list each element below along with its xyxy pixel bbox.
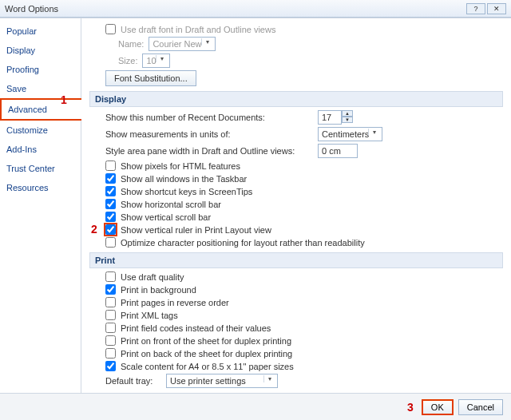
ok-button[interactable]: OK (422, 399, 454, 415)
field-codes-label: Print field codes instead of their value… (121, 323, 271, 333)
xml-tags-checkbox[interactable] (105, 310, 116, 320)
show-pixels-label: Show pixels for HTML features (121, 161, 240, 171)
options-panel: Use draft font in Draft and Outline view… (81, 18, 511, 401)
sidebar-item-addins[interactable]: Add-Ins (0, 140, 81, 159)
sidebar-item-proofing[interactable]: Proofing (0, 60, 81, 79)
field-codes-checkbox[interactable] (105, 323, 116, 333)
scale-a4-checkbox[interactable] (105, 361, 116, 371)
show-vscroll-label: Show vertical scroll bar (121, 212, 211, 222)
use-draft-font-checkbox[interactable] (105, 24, 116, 34)
category-sidebar: Popular Display Proofing Save Advanced C… (0, 18, 81, 401)
use-draft-font-label: Use draft font in Draft and Outline view… (121, 25, 275, 34)
dialog-footer: 3 OK Cancel (0, 393, 511, 420)
cancel-button[interactable]: Cancel (458, 399, 503, 415)
help-button[interactable]: ? (466, 3, 485, 14)
show-windows-taskbar-checkbox[interactable] (105, 173, 116, 184)
window-titlebar: Word Options ? ✕ (0, 0, 511, 18)
window-title: Word Options (5, 4, 58, 14)
annotation-2: 2 (91, 223, 97, 236)
font-size-select[interactable]: 10 (142, 53, 169, 68)
annotation-3: 3 (407, 401, 414, 414)
show-shortcut-keys-label: Show shortcut keys in ScreenTips (121, 187, 252, 196)
show-vertical-ruler-label: Show vertical ruler in Print Layout view (121, 225, 271, 235)
recent-docs-spinbox[interactable]: 17 ▲▼ (318, 110, 353, 125)
print-section-header: Print (89, 252, 503, 268)
window-buttons: ? ✕ (466, 3, 506, 14)
style-area-label: Style area pane width in Draft and Outli… (105, 146, 313, 156)
front-duplex-label: Print on front of the sheet for duplex p… (121, 336, 291, 346)
sidebar-item-popular[interactable]: Popular (0, 22, 81, 41)
sidebar-item-trust-center[interactable]: Trust Center (0, 159, 81, 178)
back-duplex-label: Print on back of the sheet for duplex pr… (121, 349, 292, 359)
show-windows-taskbar-label: Show all windows in the Taskbar (121, 174, 247, 184)
units-select[interactable]: Centimeters (318, 127, 382, 141)
scale-a4-label: Scale content for A4 or 8.5 x 11" paper … (121, 362, 294, 371)
draft-quality-checkbox[interactable] (105, 271, 116, 282)
optimize-char-pos-label: Optimize character positioning for layou… (121, 238, 365, 248)
front-duplex-checkbox[interactable] (105, 335, 116, 346)
recent-docs-label: Show this number of Recent Documents: (105, 113, 313, 122)
show-shortcut-keys-checkbox[interactable] (105, 186, 116, 196)
print-background-checkbox[interactable] (105, 284, 116, 295)
sidebar-item-display[interactable]: Display (0, 41, 81, 60)
style-area-input[interactable]: 0 cm (318, 144, 358, 158)
show-vertical-ruler-checkbox[interactable] (105, 224, 116, 235)
xml-tags-label: Print XML tags (121, 311, 178, 320)
draft-quality-label: Use draft quality (121, 272, 184, 282)
default-tray-select[interactable]: Use printer settings (166, 374, 278, 388)
back-duplex-checkbox[interactable] (105, 348, 116, 359)
show-hscroll-label: Show horizontal scroll bar (121, 200, 221, 209)
show-vscroll-checkbox[interactable] (105, 212, 116, 222)
print-background-label: Print in background (121, 285, 196, 295)
display-section-header: Display (89, 91, 503, 107)
sidebar-item-customize[interactable]: Customize (0, 121, 81, 140)
reverse-order-label: Print pages in reverse order (121, 298, 229, 307)
default-tray-label: Default tray: (105, 376, 161, 386)
units-label: Show measurements in units of: (105, 129, 313, 139)
font-name-select[interactable]: Courier New (149, 37, 215, 51)
font-name-label: Name: (118, 39, 144, 49)
sidebar-item-advanced[interactable]: Advanced (0, 98, 81, 121)
font-size-label: Size: (118, 56, 137, 65)
show-pixels-checkbox[interactable] (105, 160, 116, 171)
show-hscroll-checkbox[interactable] (105, 199, 116, 209)
font-substitution-button[interactable]: Font Substitution... (105, 70, 196, 86)
reverse-order-checkbox[interactable] (105, 297, 116, 307)
annotation-1: 1 (61, 93, 67, 106)
sidebar-item-resources[interactable]: Resources (0, 178, 81, 197)
close-button[interactable]: ✕ (487, 3, 506, 14)
sidebar-item-save[interactable]: Save (0, 79, 81, 98)
optimize-char-pos-checkbox[interactable] (105, 237, 116, 248)
